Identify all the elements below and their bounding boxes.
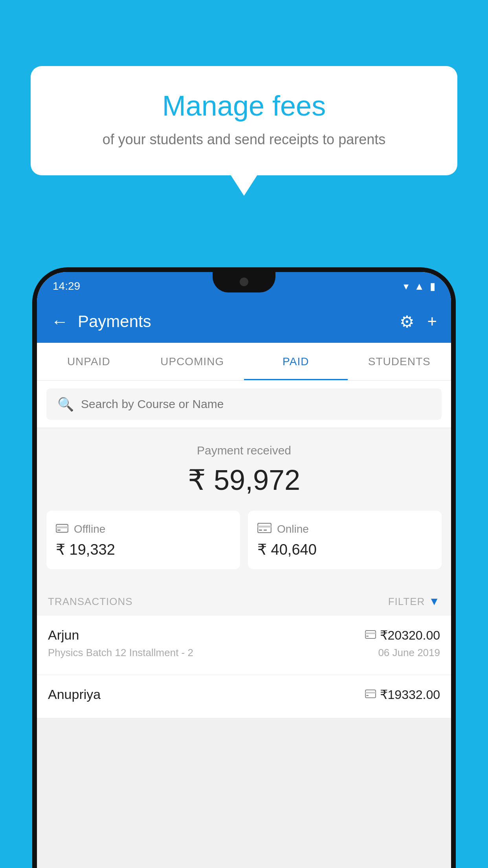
- app-title: Payments: [78, 312, 400, 331]
- txn-row-arjun-top: Arjun ₹20320.00: [48, 627, 440, 643]
- search-input[interactable]: [81, 397, 431, 411]
- svg-rect-4: [258, 526, 271, 528]
- phone-screen: 14:29 ▾ ▲ ▮ ← Payments ⚙ + UNPAID UPCOMI…: [37, 272, 451, 868]
- svg-rect-12: [366, 695, 369, 696]
- payment-total-amount: ₹ 59,972: [46, 463, 442, 497]
- txn-amount-arjun: ₹20320.00: [365, 628, 440, 643]
- tabs: UNPAID UPCOMING PAID STUDENTS: [37, 343, 451, 381]
- filter-icon: ▼: [429, 595, 440, 608]
- svg-rect-11: [365, 692, 376, 693]
- camera: [240, 278, 248, 286]
- online-icon: [257, 522, 272, 536]
- svg-rect-7: [365, 631, 376, 638]
- txn-name-anupriya: Anupriya: [48, 687, 101, 702]
- svg-rect-9: [366, 636, 369, 637]
- back-button[interactable]: ←: [51, 312, 68, 331]
- payment-section: Payment received ₹ 59,972 Offline: [37, 428, 451, 583]
- transaction-item-anupriya[interactable]: Anupriya ₹19332.00: [37, 675, 451, 718]
- txn-amount-value-arjun: ₹20320.00: [380, 628, 440, 643]
- status-bar: 14:29 ▾ ▲ ▮: [37, 272, 451, 300]
- wifi-icon: ▾: [404, 280, 409, 292]
- offline-card: Offline ₹ 19,332: [46, 511, 240, 569]
- txn-type-icon-arjun: [365, 629, 376, 642]
- txn-type-icon-anupriya: [365, 688, 376, 701]
- online-card: Online ₹ 40,640: [248, 511, 442, 569]
- notch: [213, 272, 275, 292]
- bubble-subtitle: of your students and send receipts to pa…: [50, 131, 438, 148]
- status-icons: ▾ ▲ ▮: [404, 280, 435, 292]
- signal-icon: ▲: [414, 280, 424, 292]
- online-label: Online: [277, 523, 309, 535]
- svg-rect-2: [57, 530, 61, 531]
- add-button[interactable]: +: [427, 312, 437, 331]
- transaction-item-arjun[interactable]: Arjun ₹20320.00 Physics Batch 12 Install…: [37, 616, 451, 675]
- offline-header: Offline: [56, 522, 231, 536]
- txn-amount-value-anupriya: ₹19332.00: [380, 687, 440, 702]
- txn-desc-arjun: Physics Batch 12 Installment - 2: [48, 647, 193, 659]
- bubble-title: Manage fees: [50, 90, 438, 122]
- payment-cards: Offline ₹ 19,332: [46, 511, 442, 569]
- svg-rect-3: [258, 523, 271, 533]
- svg-rect-5: [259, 530, 262, 531]
- settings-button[interactable]: ⚙: [400, 312, 415, 331]
- transactions-label: TRANSACTIONS: [48, 596, 133, 608]
- phone-frame: 14:29 ▾ ▲ ▮ ← Payments ⚙ + UNPAID UPCOMI…: [32, 267, 456, 868]
- search-icon: 🔍: [57, 396, 74, 412]
- svg-rect-6: [264, 530, 267, 531]
- online-amount: ₹ 40,640: [257, 541, 432, 558]
- search-bar[interactable]: 🔍: [46, 388, 442, 420]
- offline-label: Offline: [74, 523, 105, 535]
- filter-label: FILTER: [388, 596, 425, 608]
- status-time: 14:29: [53, 280, 80, 292]
- txn-amount-anupriya: ₹19332.00: [365, 687, 440, 702]
- svg-rect-8: [365, 633, 376, 634]
- txn-name-arjun: Arjun: [48, 627, 79, 643]
- offline-amount: ₹ 19,332: [56, 541, 231, 558]
- transactions-header: TRANSACTIONS FILTER ▼: [37, 583, 451, 616]
- svg-rect-10: [365, 690, 376, 698]
- svg-rect-1: [56, 526, 68, 528]
- txn-row-anupriya-top: Anupriya ₹19332.00: [48, 687, 440, 702]
- battery-icon: ▮: [430, 280, 435, 292]
- online-header: Online: [257, 522, 432, 536]
- tab-unpaid[interactable]: UNPAID: [37, 343, 141, 380]
- search-container: 🔍: [37, 381, 451, 428]
- tab-paid[interactable]: PAID: [244, 343, 348, 380]
- txn-date-arjun: 06 June 2019: [378, 647, 440, 659]
- txn-row-arjun-bottom: Physics Batch 12 Installment - 2 06 June…: [48, 647, 440, 659]
- tab-upcoming[interactable]: UPCOMING: [141, 343, 244, 380]
- filter-button[interactable]: FILTER ▼: [388, 595, 440, 608]
- tab-students[interactable]: STUDENTS: [348, 343, 451, 380]
- app-bar: ← Payments ⚙ +: [37, 300, 451, 343]
- offline-icon: [56, 522, 68, 536]
- speech-bubble: Manage fees of your students and send re…: [31, 66, 457, 175]
- app-bar-icons: ⚙ +: [400, 312, 437, 331]
- payment-received-label: Payment received: [46, 444, 442, 457]
